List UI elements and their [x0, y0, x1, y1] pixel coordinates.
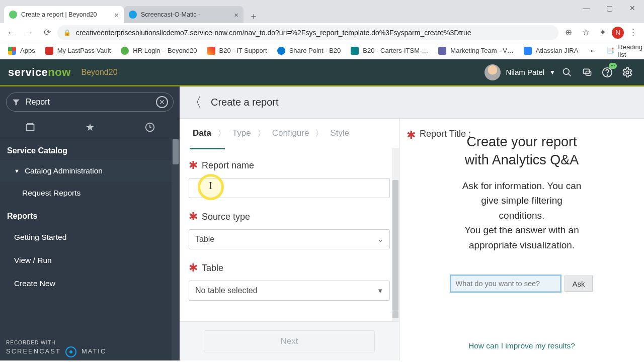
wizard-step-style[interactable]: Style — [327, 128, 352, 138]
back-icon[interactable]: ← — [3, 25, 19, 41]
bookmark-label: Atlassian JIRA — [536, 47, 579, 54]
table-select[interactable]: No table selected ▼ — [189, 281, 390, 301]
wizard-step-data[interactable]: Data — [190, 128, 214, 138]
scrollbar-thumb[interactable] — [392, 180, 398, 311]
scrollbar-thumb[interactable] — [392, 311, 398, 318]
nav-item-view-run[interactable]: View / Run — [0, 249, 180, 272]
bookmark-icon — [277, 47, 285, 55]
help-icon[interactable]: ••• — [599, 64, 616, 81]
report-name-input[interactable] — [189, 178, 390, 198]
nav-scroll[interactable]: Service Catalog ▼ Catalog Administration… — [0, 139, 180, 360]
maximize-icon[interactable]: ▢ — [598, 0, 621, 16]
browser-tab-inactive[interactable]: Screencast-O-Matic - × — [124, 6, 244, 23]
user-menu[interactable]: Nilam Patel ▼ — [485, 64, 555, 80]
all-apps-icon[interactable] — [13, 119, 48, 136]
nav-scrollbar[interactable] — [172, 139, 180, 360]
bookmark-item[interactable]: Atlassian JIRA — [520, 45, 583, 57]
wizard-tabs: Data 〉 Type 〉 Configure 〉 Style — [180, 119, 399, 148]
select-value: No table selected — [195, 286, 258, 295]
chevron-right-icon: 〉 — [257, 127, 266, 139]
nav-filter-input[interactable] — [26, 98, 151, 107]
star-icon[interactable]: ☆ — [578, 25, 594, 41]
table-label: ✱ Table — [189, 261, 390, 275]
logo-text: now — [48, 66, 71, 79]
label-text: Source type — [202, 212, 250, 222]
bookmark-icon — [45, 47, 53, 55]
left-nav: ✕ ★ Service Catalog ▼ Catalog Administra… — [0, 86, 180, 360]
browser-tab-active[interactable]: Create a report | Beyond20 × — [4, 6, 124, 23]
tab-title: Create a report | Beyond20 — [21, 11, 97, 18]
nav-tabs: ★ — [0, 116, 180, 139]
ask-button[interactable]: Ask — [565, 276, 592, 292]
bookmarks-bar: Apps My LastPass Vault HR Login – Beyond… — [0, 42, 644, 59]
chat-icon[interactable] — [579, 64, 596, 81]
bookmark-icon — [351, 47, 359, 55]
wizard-step-configure[interactable]: Configure — [269, 128, 312, 138]
sn-banner: servicenow. Beyond20 Nilam Patel ▼ ••• — [0, 59, 644, 86]
scrollbar-thumb[interactable] — [173, 139, 179, 164]
nav-item-create-new[interactable]: Create New — [0, 272, 180, 295]
bookmark-label: HR Login – Beyond20 — [133, 47, 197, 54]
bookmark-item[interactable]: Share Point - B20 — [273, 45, 345, 57]
bookmark-item[interactable]: B20 - IT Support — [203, 45, 271, 57]
report-name-label: ✱ Report name — [189, 159, 390, 172]
servicenow-logo[interactable]: servicenow. — [8, 66, 74, 79]
reload-icon[interactable]: ⟳ — [39, 25, 55, 41]
form-body: ✱ Report name I ✱ Source type T — [180, 148, 399, 321]
next-button[interactable]: Next — [204, 330, 375, 352]
gear-icon[interactable] — [619, 64, 636, 81]
reading-list-button[interactable]: 📑 Reading list — [602, 41, 644, 60]
omnibox[interactable]: 🔒 creativeenterprisesolutionsllcdemo7.se… — [57, 25, 558, 40]
apps-button[interactable]: Apps — [4, 45, 39, 57]
required-icon: ✱ — [189, 261, 198, 275]
qa-input[interactable] — [451, 276, 560, 292]
bookmark-item[interactable]: My LastPass Vault — [41, 45, 115, 57]
new-tab-button[interactable]: ＋ — [247, 9, 261, 23]
svg-point-5 — [607, 74, 607, 75]
nav-item-getting-started[interactable]: Getting Started — [0, 226, 180, 249]
bookmark-item[interactable]: Marketing Team - V… — [434, 45, 517, 57]
address-bar-row: ← → ⟳ 🔒 creativeenterprisesolutionsllcde… — [0, 23, 644, 42]
nav-section-service-catalog[interactable]: Service Catalog — [0, 139, 180, 160]
minimize-icon[interactable]: ― — [575, 0, 598, 16]
svg-point-0 — [564, 68, 570, 74]
source-type-select[interactable]: Table ⌄ — [189, 229, 390, 249]
apps-icon — [8, 47, 16, 55]
history-icon[interactable] — [132, 119, 168, 136]
label-text: Table — [202, 263, 223, 274]
nav-section-catalog-admin[interactable]: ▼ Catalog Administration — [0, 160, 180, 182]
label-text: Report name — [202, 160, 254, 171]
clear-filter-icon[interactable]: ✕ — [156, 96, 168, 108]
close-icon[interactable]: × — [114, 11, 119, 19]
bookmark-item[interactable]: HR Login – Beyond20 — [117, 45, 201, 57]
search-icon[interactable] — [558, 64, 576, 81]
ask-row: Ask — [451, 276, 592, 292]
kebab-menu-icon[interactable]: ⋮ — [625, 25, 641, 41]
svg-line-1 — [569, 73, 571, 76]
improve-results-link[interactable]: How can I improve my results? — [468, 341, 575, 350]
forward-icon[interactable]: → — [21, 25, 37, 41]
close-window-icon[interactable]: ✕ — [621, 0, 644, 16]
qa-description: Ask for information. You can give simple… — [416, 178, 627, 252]
favorites-icon[interactable]: ★ — [72, 119, 108, 136]
bookmark-item[interactable]: B20 - Carters-ITSM-… — [347, 45, 432, 57]
nav-filter[interactable]: ✕ — [6, 93, 174, 112]
notification-badge: ••• — [609, 63, 617, 69]
close-icon[interactable]: × — [234, 11, 238, 19]
zoom-icon[interactable]: ⊕ — [560, 25, 577, 41]
wizard-step-type[interactable]: Type — [229, 128, 254, 138]
nav-item-request-reports[interactable]: Request Reports — [0, 182, 180, 205]
back-icon[interactable]: 〈 — [189, 94, 202, 111]
nav-section-reports[interactable]: Reports — [0, 205, 180, 226]
nav-label: Catalog Administration — [25, 166, 103, 175]
content-header: 〈 Create a report — [180, 86, 644, 119]
bookmark-label: My LastPass Vault — [57, 47, 111, 54]
bookmark-label: Marketing Team - V… — [450, 47, 513, 54]
profile-avatar[interactable]: N — [612, 27, 624, 39]
chevron-right-icon: 〉 — [315, 127, 324, 139]
sn-body: ✕ ★ Service Catalog ▼ Catalog Administra… — [0, 86, 644, 360]
bookmark-label: Apps — [20, 47, 35, 54]
instance-name[interactable]: Beyond20 — [81, 68, 117, 77]
extensions-icon[interactable]: ✦ — [595, 25, 611, 41]
bookmark-overflow[interactable]: » — [586, 45, 598, 56]
